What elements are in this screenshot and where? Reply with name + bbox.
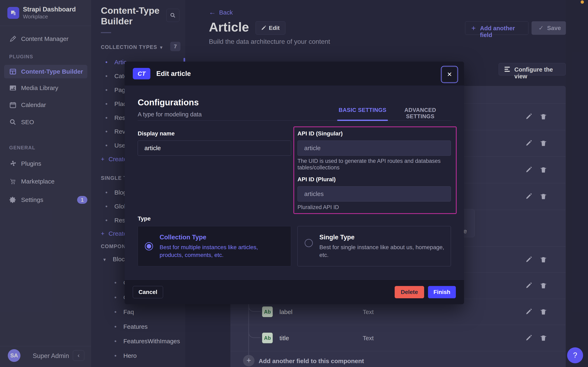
collection-type-card[interactable]: Collection Type Best for multiple instan… [138,226,291,266]
collection-type-desc: Best for multiple instances like article… [160,243,282,259]
tab-advanced-settings[interactable]: ADVANCED SETTINGS [395,107,446,120]
modal-header: CT Edit article ✕ [124,62,464,85]
cancel-button[interactable]: Cancel [133,286,163,298]
delete-button[interactable]: Delete [395,286,424,298]
radio-selected-icon[interactable] [145,242,153,250]
divider [138,120,451,121]
edit-article-modal: CT Edit article ✕ Configurations A type … [124,62,464,304]
configurations-subtitle: A type for modeling data [138,111,202,118]
finish-button[interactable]: Finish [428,286,456,298]
single-type-desc: Best for single instance like about us, … [319,243,446,259]
help-button[interactable]: ? [567,347,583,363]
api-id-singular-help: The UID is used to generate the API rout… [298,158,441,171]
api-id-plural-input[interactable] [298,186,451,201]
display-name-label: Display name [138,130,175,137]
display-name-input[interactable] [138,141,291,156]
single-type-card[interactable]: Single Type Best for single instance lik… [298,226,451,266]
close-icon[interactable]: ✕ [442,67,457,82]
api-id-singular-label: API ID (Singular) [298,130,343,137]
api-id-plural-help: Pluralized API ID [298,204,339,210]
content-type-badge: CT [133,68,150,79]
tab-basic-settings[interactable]: BASIC SETTINGS [337,107,388,113]
api-id-plural-label: API ID (Plural) [298,176,336,183]
radio-unselected-icon[interactable] [305,239,313,247]
type-label: Type [138,215,151,222]
modal-footer: Cancel Delete Finish [124,279,464,304]
configurations-heading: Configurations [138,98,199,107]
modal-title: Edit article [156,70,191,77]
recording-indicator-dot [581,0,584,4]
strapi-app: Strapi Dashboard Workplace Content Manag… [0,0,588,367]
collection-type-title: Collection Type [160,234,207,241]
api-id-singular-input[interactable] [298,141,451,156]
single-type-title: Single Type [319,234,355,241]
active-tab-indicator [337,120,388,121]
